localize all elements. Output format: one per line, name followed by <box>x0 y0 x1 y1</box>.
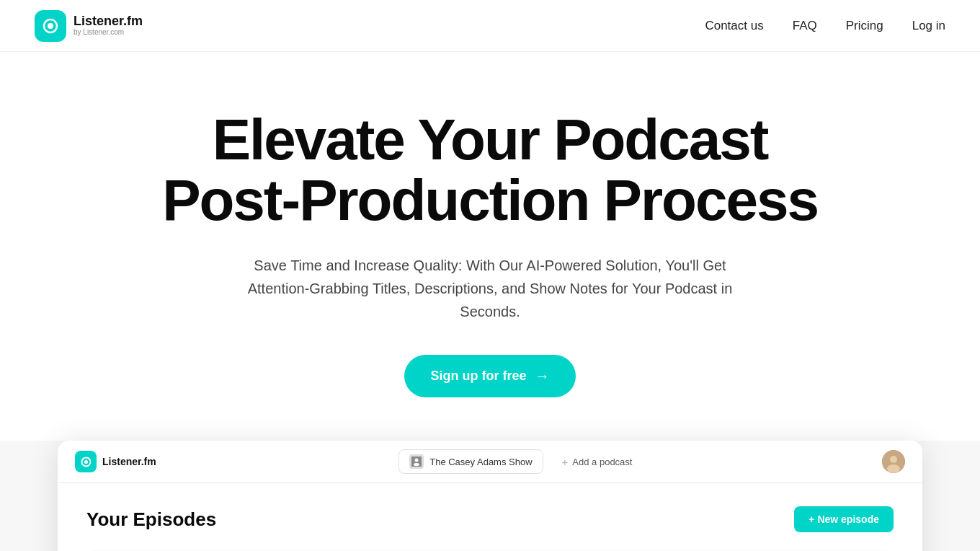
episodes-title: Your Episodes <box>86 508 216 531</box>
cta-signup-button[interactable]: Sign up for free → <box>404 355 575 397</box>
logo-sub: by Listener.com <box>74 28 143 37</box>
nav-links: Contact us FAQ Pricing Log in <box>705 19 945 33</box>
nav-contact-us[interactable]: Contact us <box>705 19 763 33</box>
nav-faq[interactable]: FAQ <box>793 19 817 33</box>
app-topbar: Listener.fm The Casey Adams Show + <box>58 441 922 483</box>
app-logo-name: Listener.fm <box>102 456 156 467</box>
add-podcast-button[interactable]: + Add a podcast <box>555 451 640 472</box>
svg-point-3 <box>84 460 88 464</box>
hero-subtitle: Save Time and Increase Quality: With Our… <box>223 254 757 323</box>
app-preview-wrapper: Listener.fm The Casey Adams Show + <box>0 441 980 551</box>
app-logo-badge <box>75 451 97 472</box>
svg-point-8 <box>890 456 897 463</box>
new-episode-button[interactable]: + New episode <box>794 506 894 532</box>
svg-point-6 <box>414 463 419 466</box>
arrow-right-icon: → <box>535 368 550 384</box>
app-content: Your Episodes + New episode Number Name … <box>58 483 922 551</box>
plus-icon: + <box>562 456 569 468</box>
app-preview: Listener.fm The Casey Adams Show + <box>58 441 922 551</box>
app-topbar-right <box>882 450 905 473</box>
nav-login[interactable]: Log in <box>912 19 945 33</box>
episodes-header: Your Episodes + New episode <box>86 506 894 532</box>
svg-point-1 <box>48 23 53 29</box>
podcast-tab-icon <box>409 454 424 469</box>
nav-pricing[interactable]: Pricing <box>846 19 883 33</box>
user-avatar[interactable] <box>882 450 905 473</box>
logo[interactable]: Listener.fm by Listener.com <box>35 10 143 42</box>
svg-point-5 <box>415 459 419 462</box>
app-topbar-center: The Casey Adams Show + Add a podcast <box>398 449 639 474</box>
podcast-tab[interactable]: The Casey Adams Show <box>398 449 543 474</box>
svg-point-9 <box>887 464 900 473</box>
hero-section: Elevate Your Podcast Post-Production Pro… <box>0 52 980 441</box>
podcast-tab-label: The Casey Adams Show <box>429 457 532 467</box>
logo-name: Listener.fm <box>74 14 143 29</box>
main-nav: Listener.fm by Listener.com Contact us F… <box>0 0 980 52</box>
logo-icon <box>35 10 66 42</box>
app-topbar-left: Listener.fm <box>75 451 156 472</box>
hero-title-line1: Elevate Your Podcast <box>213 110 768 170</box>
hero-title-line2: Post-Production Process <box>162 170 818 231</box>
